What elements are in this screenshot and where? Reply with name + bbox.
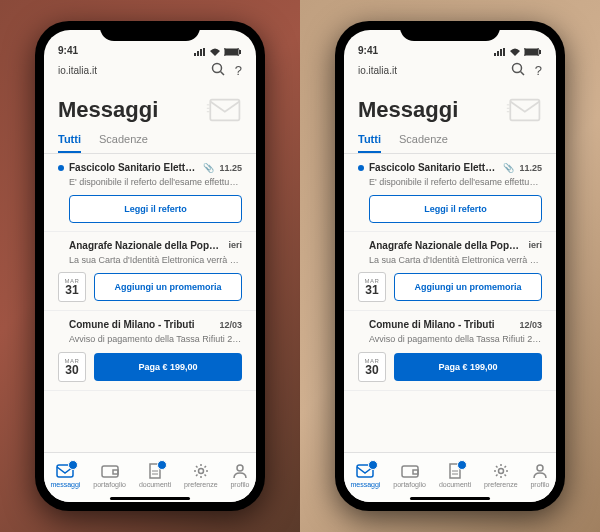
message-time: ieri (228, 240, 242, 250)
svg-line-28 (520, 72, 524, 76)
unread-dot (58, 165, 64, 171)
svg-rect-22 (500, 49, 502, 56)
photo-brick-bg: 9:41 io.italia.it ? Messaggi Tutti (0, 0, 300, 532)
message-item[interactable]: Anagrafe Nazionale della Popolazione … i… (344, 232, 556, 312)
nav-badge (157, 460, 167, 470)
search-icon[interactable] (211, 62, 225, 79)
svg-rect-1 (197, 51, 199, 56)
message-title: Comune di Milano - Tributi (69, 319, 214, 330)
nav-label: preferenze (484, 481, 517, 488)
svg-rect-14 (102, 466, 118, 477)
svg-rect-0 (194, 53, 196, 56)
nav-portafoglio[interactable]: portafoglio (393, 462, 426, 488)
message-action-button[interactable]: Aggiungi un promemoria (394, 273, 542, 301)
tab-tutti[interactable]: Tutti (58, 133, 81, 153)
messaggi-icon (56, 462, 74, 480)
nav-profilo[interactable]: profilo (230, 462, 249, 488)
message-action-button[interactable]: Paga € 199,00 (94, 353, 242, 381)
nav-documenti[interactable]: documenti (139, 462, 171, 488)
svg-point-7 (212, 64, 221, 73)
date-badge: MAR30 (58, 352, 86, 382)
message-body: E' disponibile il referto dell'esame eff… (369, 177, 542, 189)
nav-label: documenti (439, 481, 471, 488)
tabs: Tutti Scadenze (344, 127, 556, 154)
message-action-button[interactable]: Paga € 199,00 (394, 353, 542, 381)
svg-rect-26 (539, 50, 541, 54)
message-time: 11.25 (219, 163, 242, 173)
message-body: Avviso di pagamento della Tassa Rifiuti … (69, 334, 242, 346)
page-title: Messaggi (358, 97, 458, 123)
status-icons (194, 48, 242, 56)
message-title: Anagrafe Nazionale della Popolazione … (69, 240, 223, 251)
svg-rect-21 (497, 51, 499, 56)
message-time: 11.25 (519, 163, 542, 173)
help-icon[interactable]: ? (235, 63, 242, 78)
nav-label: documenti (139, 481, 171, 488)
tab-scadenze[interactable]: Scadenze (99, 133, 148, 153)
nav-documenti[interactable]: documenti (439, 462, 471, 488)
preferenze-icon (193, 462, 209, 480)
nav-badge (457, 460, 467, 470)
status-icons (494, 48, 542, 56)
header-row: io.italia.it ? (44, 58, 256, 83)
svg-rect-3 (203, 48, 205, 56)
portafoglio-icon (101, 462, 119, 480)
message-item[interactable]: Comune di Milano - Tributi 12/03 Avviso … (44, 311, 256, 391)
screen: 9:41 io.italia.it ? Messaggi Tutti (44, 30, 256, 502)
tab-scadenze[interactable]: Scadenze (399, 133, 448, 153)
phone-frame: 9:41 io.italia.it ? Messaggi Tutti (35, 21, 265, 511)
svg-point-39 (537, 465, 543, 471)
svg-rect-29 (510, 100, 539, 121)
attachment-icon: 📎 (503, 163, 514, 173)
help-icon[interactable]: ? (535, 63, 542, 78)
nav-badge (368, 460, 378, 470)
status-time: 9:41 (358, 45, 378, 56)
message-time: 12/03 (519, 320, 542, 330)
page-title: Messaggi (58, 97, 158, 123)
svg-point-38 (498, 468, 503, 473)
home-indicator (110, 497, 190, 500)
nav-label: messaggi (50, 481, 80, 488)
portafoglio-icon (401, 462, 419, 480)
nav-label: preferenze (184, 481, 217, 488)
message-list: Fascicolo Sanitario Elettronico 📎 11.25 … (344, 154, 556, 452)
message-item[interactable]: Comune di Milano - Tributi 12/03 Avviso … (344, 311, 556, 391)
message-body: Avviso di pagamento della Tassa Rifiuti … (369, 334, 542, 346)
nav-profilo[interactable]: profilo (530, 462, 549, 488)
nav-label: portafoglio (93, 481, 126, 488)
nav-label: profilo (530, 481, 549, 488)
message-action-button[interactable]: Leggi il referto (369, 195, 542, 223)
message-action-button[interactable]: Aggiungi un promemoria (94, 273, 242, 301)
nav-messaggi[interactable]: messaggi (350, 462, 380, 488)
nav-messaggi[interactable]: messaggi (50, 462, 80, 488)
nav-preferenze[interactable]: preferenze (484, 462, 517, 488)
message-item[interactable]: Anagrafe Nazionale della Popolazione … i… (44, 232, 256, 312)
svg-rect-20 (494, 53, 496, 56)
envelope-icon (206, 98, 242, 122)
message-item[interactable]: Fascicolo Sanitario Elettronico 📎 11.25 … (44, 154, 256, 232)
tab-tutti[interactable]: Tutti (358, 133, 381, 153)
tabs: Tutti Scadenze (44, 127, 256, 154)
phone-frame: 9:41 io.italia.it ? Messaggi Tutti (335, 21, 565, 511)
nav-portafoglio[interactable]: portafoglio (93, 462, 126, 488)
message-body: E' disponibile il referto dell'esame eff… (69, 177, 242, 189)
documenti-icon (147, 462, 163, 480)
message-time: 12/03 (219, 320, 242, 330)
message-action-button[interactable]: Leggi il referto (69, 195, 242, 223)
svg-line-8 (220, 72, 224, 76)
search-icon[interactable] (511, 62, 525, 79)
envelope-icon (506, 98, 542, 122)
message-title: Anagrafe Nazionale della Popolazione … (369, 240, 523, 251)
attachment-icon: 📎 (203, 163, 214, 173)
svg-rect-15 (113, 470, 118, 474)
date-badge: MAR31 (358, 272, 386, 302)
preferenze-icon (493, 462, 509, 480)
message-body: La sua Carta d'Identità Elettronica verr… (369, 255, 542, 267)
nav-preferenze[interactable]: preferenze (184, 462, 217, 488)
url: io.italia.it (358, 65, 397, 76)
message-item[interactable]: Fascicolo Sanitario Elettronico 📎 11.25 … (344, 154, 556, 232)
home-indicator (410, 497, 490, 500)
message-title: Comune di Milano - Tributi (369, 319, 514, 330)
svg-rect-25 (525, 49, 538, 55)
profilo-icon (532, 462, 548, 480)
